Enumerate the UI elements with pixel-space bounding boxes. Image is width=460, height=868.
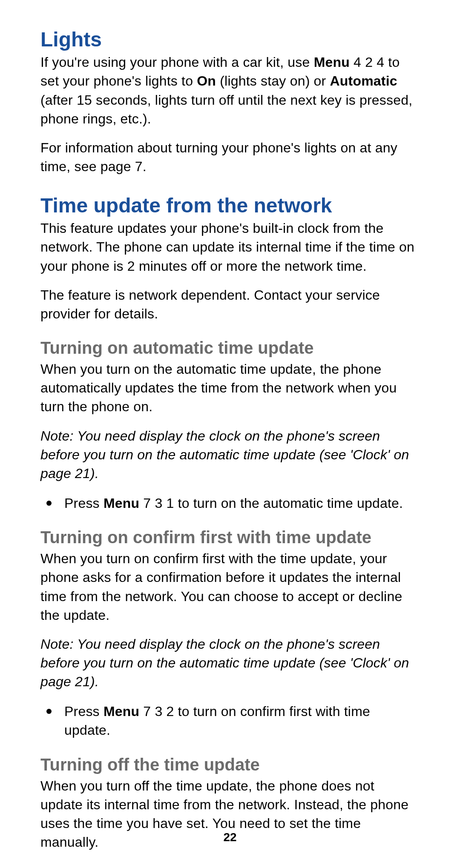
bold-menu: Menu (104, 496, 139, 511)
bullet-item-auto-on: Press Menu 7 3 1 to turn on the automati… (46, 494, 420, 513)
bold-menu: Menu (314, 54, 350, 70)
note-confirm-first: Note: You need display the clock on the … (40, 635, 420, 691)
text-run: Press (64, 704, 104, 719)
subheading-auto-on: Turning on automatic time update (40, 338, 420, 358)
paragraph-time-update-2: The feature is network dependent. Contac… (40, 286, 420, 323)
document-page: Lights If you're using your phone with a… (0, 0, 460, 868)
paragraph-lights-1: If you're using your phone with a car ki… (40, 53, 420, 128)
bold-menu: Menu (104, 704, 139, 719)
bold-on: On (197, 73, 216, 89)
text-run: 7 3 1 to turn on the automatic time upda… (139, 496, 403, 511)
text-run: If you're using your phone with a car ki… (40, 54, 314, 70)
paragraph-auto-on-1: When you turn on the automatic time upda… (40, 360, 420, 416)
bullet-item-confirm-first: Press Menu 7 3 2 to turn on confirm firs… (46, 702, 420, 739)
text-run: (after 15 seconds, lights turn off until… (40, 92, 412, 126)
paragraph-confirm-first-1: When you turn on confirm first with the … (40, 549, 420, 625)
subheading-confirm-first: Turning on confirm first with time updat… (40, 527, 420, 547)
note-auto-on: Note: You need display the clock on the … (40, 427, 420, 483)
bullet-icon (46, 709, 52, 714)
bullet-text: Press Menu 7 3 2 to turn on confirm firs… (64, 702, 420, 739)
subheading-turn-off: Turning off the time update (40, 754, 420, 775)
bold-automatic: Automatic (330, 73, 397, 89)
paragraph-lights-2: For information about turning your phone… (40, 138, 420, 176)
bullet-text: Press Menu 7 3 1 to turn on the automati… (64, 494, 403, 513)
paragraph-time-update-1: This feature updates your phone's built-… (40, 219, 420, 275)
text-run: Press (64, 496, 104, 511)
page-number: 22 (0, 831, 460, 844)
bullet-icon (46, 501, 52, 506)
heading-lights: Lights (40, 28, 420, 51)
text-run: (lights stay on) or (216, 73, 330, 89)
heading-time-update: Time update from the network (40, 194, 420, 217)
